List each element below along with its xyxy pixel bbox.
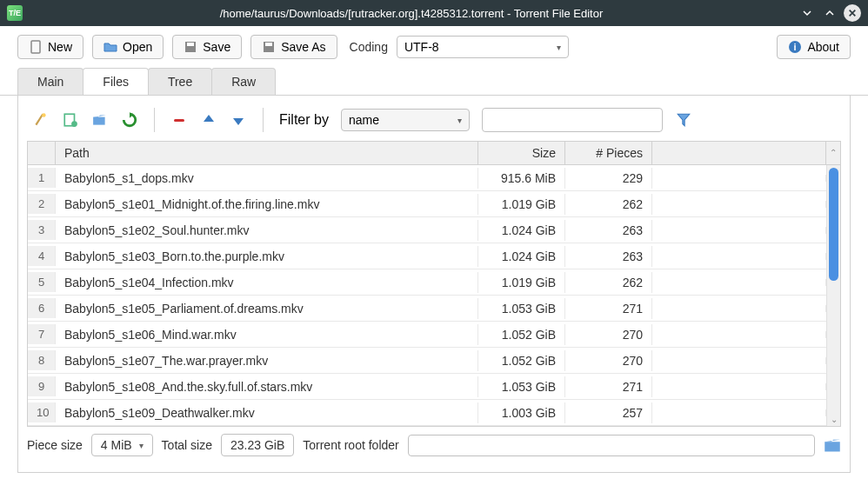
chevron-down-icon: ▾: [139, 441, 144, 450]
move-up-icon[interactable]: [200, 111, 217, 129]
piece-size-value: 4 MiB: [101, 438, 132, 452]
row-pieces: 262: [565, 194, 652, 215]
table-row[interactable]: 5Babylon5_s1e04_Infection.mkv1.019 GiB26…: [28, 269, 840, 296]
add-file-icon[interactable]: [32, 111, 50, 129]
row-pieces: 263: [565, 246, 652, 267]
new-label: New: [48, 40, 72, 54]
table-row[interactable]: 8Babylon5_s1e07_The.war.prayer.mkv1.052 …: [28, 348, 840, 374]
browse-folder-icon[interactable]: [824, 436, 841, 454]
col-extra[interactable]: [652, 142, 826, 164]
table-row[interactable]: 6Babylon5_s1e05_Parliament.of.dreams.mkv…: [28, 296, 840, 322]
svg-point-9: [71, 121, 77, 127]
row-number: 9: [28, 376, 56, 396]
reread-icon[interactable]: [91, 111, 109, 129]
coding-select[interactable]: UTF-8▾: [397, 36, 569, 58]
table-row[interactable]: 9Babylon5_s1e08_And.the.sky.full.of.star…: [28, 374, 840, 400]
table-row[interactable]: 3Babylon5_s1e02_Soul.hunter.mkv1.024 GiB…: [28, 217, 840, 243]
row-path: Babylon5_s1e09_Deathwalker.mkv: [56, 402, 478, 423]
row-path: Babylon5_s1e01_Midnight.of.the.firing.li…: [56, 194, 478, 215]
about-button[interactable]: iAbout: [777, 35, 851, 59]
actions-bar: Filter by name▾: [27, 104, 841, 141]
row-pieces: 262: [565, 272, 652, 293]
scrollbar[interactable]: ⌄: [826, 165, 840, 426]
table-row[interactable]: 7Babylon5_s1e06_Mind.war.mkv1.052 GiB270: [28, 322, 840, 348]
svg-rect-0: [31, 41, 40, 53]
tab-raw[interactable]: Raw: [211, 68, 276, 95]
row-extra: [652, 383, 826, 390]
window-title: /home/taurus/Downloads/[rutracker.org].t…: [30, 7, 793, 20]
open-label: Open: [123, 40, 152, 54]
row-extra: [652, 279, 826, 286]
toolbar: New Open Save Save As Coding UTF-8▾ iAbo…: [0, 26, 868, 64]
refresh-icon[interactable]: [121, 111, 138, 129]
piece-size-select[interactable]: 4 MiB▾: [91, 434, 153, 456]
separator: [263, 108, 264, 132]
row-number: 6: [28, 298, 56, 318]
add-folder-icon[interactable]: [62, 111, 79, 129]
new-button[interactable]: New: [17, 35, 83, 59]
filter-field-select[interactable]: name▾: [341, 109, 470, 131]
row-path: Babylon5_s1e05_Parliament.of.dreams.mkv: [56, 298, 478, 319]
remove-icon[interactable]: [170, 111, 188, 129]
document-icon: [29, 40, 43, 54]
row-size: 1.019 GiB: [478, 194, 565, 215]
svg-rect-2: [187, 43, 194, 46]
col-size[interactable]: Size: [478, 142, 565, 164]
row-size: 1.052 GiB: [478, 324, 565, 345]
save-icon: [184, 40, 197, 54]
row-path: Babylon5_s1e03_Born.to.the.purple.mkv: [56, 246, 478, 267]
move-down-icon[interactable]: [230, 111, 247, 129]
coding-value: UTF-8: [404, 40, 439, 54]
svg-rect-4: [265, 43, 272, 46]
table-header: Path Size # Pieces ⌃: [28, 142, 840, 165]
about-label: About: [807, 40, 839, 54]
row-path: Babylon5_s1e02_Soul.hunter.mkv: [56, 220, 478, 241]
root-folder-input[interactable]: [408, 435, 815, 456]
apply-filter-icon[interactable]: [675, 111, 692, 129]
scroll-thumb[interactable]: [829, 168, 838, 281]
chevron-down-icon: ▾: [457, 116, 462, 125]
row-pieces: 271: [565, 376, 652, 397]
minimize-button[interactable]: [798, 4, 816, 22]
row-extra: [652, 409, 826, 416]
col-pieces[interactable]: # Pieces: [565, 142, 652, 164]
row-size: 1.024 GiB: [478, 246, 565, 267]
tab-tree[interactable]: Tree: [148, 68, 212, 95]
row-extra: [652, 357, 826, 364]
row-size: 1.003 GiB: [478, 402, 565, 423]
row-extra: [652, 331, 826, 338]
scroll-up-icon[interactable]: ⌃: [826, 142, 840, 164]
row-number: 7: [28, 324, 56, 344]
table-row[interactable]: 10Babylon5_s1e09_Deathwalker.mkv1.003 Gi…: [28, 400, 840, 426]
files-panel: Filter by name▾ Path Size # Pieces ⌃ 1Ba…: [17, 96, 851, 473]
statusbar: Piece size 4 MiB▾ Total size 23.23 GiB T…: [27, 427, 841, 463]
tab-files[interactable]: Files: [83, 68, 149, 95]
filter-label: Filter by: [279, 112, 329, 128]
tab-main[interactable]: Main: [17, 68, 83, 95]
saveas-icon: [262, 40, 276, 54]
col-path[interactable]: Path: [56, 142, 478, 164]
save-button[interactable]: Save: [172, 35, 242, 59]
filter-input[interactable]: [482, 108, 663, 132]
row-number: 3: [28, 220, 56, 240]
open-button[interactable]: Open: [92, 35, 164, 59]
scroll-down-icon[interactable]: ⌄: [830, 414, 838, 426]
col-number[interactable]: [28, 142, 56, 164]
folder-open-icon: [103, 40, 117, 54]
row-extra: [652, 201, 826, 208]
row-path: Babylon5_s1e06_Mind.war.mkv: [56, 324, 478, 345]
row-pieces: 229: [565, 168, 652, 189]
table-row[interactable]: 4Babylon5_s1e03_Born.to.the.purple.mkv1.…: [28, 243, 840, 269]
app-icon: T/E: [7, 5, 23, 21]
row-pieces: 270: [565, 324, 652, 345]
root-folder-label: Torrent root folder: [303, 438, 399, 452]
table-row[interactable]: 2Babylon5_s1e01_Midnight.of.the.firing.l…: [28, 191, 840, 217]
saveas-button[interactable]: Save As: [250, 35, 337, 59]
maximize-button[interactable]: [821, 4, 838, 22]
table-row[interactable]: 1Babylon5_s1_dops.mkv915.6 MiB229: [28, 165, 840, 191]
close-button[interactable]: [844, 4, 861, 22]
save-label: Save: [203, 40, 230, 54]
piece-size-label: Piece size: [27, 438, 83, 452]
chevron-down-icon: ▾: [557, 43, 561, 52]
info-icon: i: [788, 40, 802, 54]
